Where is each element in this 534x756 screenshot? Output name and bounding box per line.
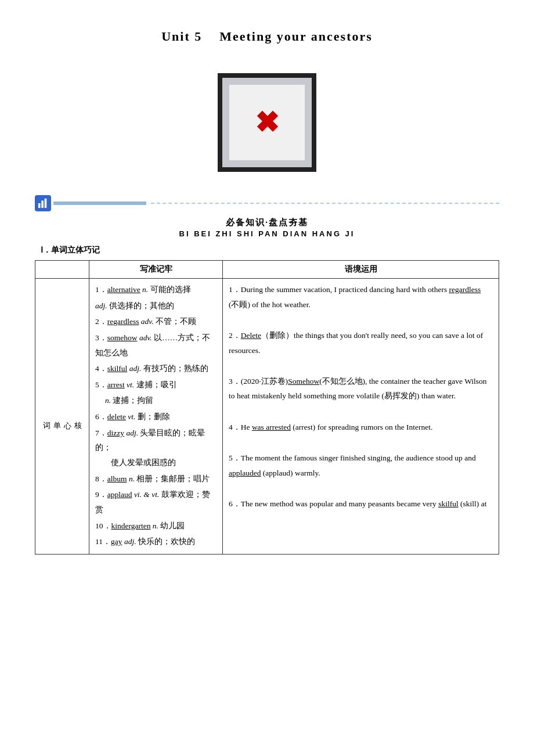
right-item-2: 2．Delete（删除）the things that you don't re…	[229, 328, 493, 358]
svg-rect-0	[38, 203, 41, 208]
right-item-5: 5．The moment the famous singer finished …	[229, 451, 493, 480]
vocab-item-5b: n. 逮捕；拘留	[95, 393, 217, 408]
vocab-table: 写准记牢 语境运用 核心单词 1．alternative n. 可能的选择 ad…	[35, 260, 499, 555]
title-subtitle: Meeting your ancestors	[219, 29, 373, 44]
section-bar	[53, 201, 146, 205]
left-col: 1．alternative n. 可能的选择 adj. 供选择的；其他的 2．r…	[89, 279, 223, 555]
section-title-zh: 必备知识·盘点夯基	[35, 217, 499, 228]
vocab-item-7: 7．dizzy adj. 头晕目眩的；眩晕的； 使人发晕或困惑的	[95, 426, 217, 470]
col-header-empty	[35, 261, 89, 279]
section-title-pinyin: BI BEI ZHI SHI PAN DIAN HANG JI	[35, 229, 499, 238]
right-item-3: 3．(2020·江苏卷)Somehow(不知怎么地), the containe…	[229, 374, 493, 404]
vocab-item-8: 8．album n. 相册；集邮册；唱片	[95, 471, 217, 487]
side-label: 核心单词	[35, 279, 89, 555]
vocab-item-6: 6．delete vt. 删；删除	[95, 409, 217, 424]
vocab-item-1: 1．alternative n. 可能的选择	[95, 282, 217, 297]
right-item-6: 6．The new method was popular and many pe…	[229, 496, 493, 512]
vocab-item-11: 11．gay adj. 快乐的；欢快的	[95, 534, 217, 549]
vocab-item-4: 4．skilful adj. 有技巧的；熟练的	[95, 361, 217, 376]
subsection-title: Ⅰ．单词立体巧记	[41, 245, 499, 255]
vocab-main-row: 核心单词 1．alternative n. 可能的选择 adj. 供选择的；其他…	[35, 279, 499, 555]
chart-icon	[38, 198, 48, 208]
right-col: 1．During the summer vacation, I practice…	[223, 279, 499, 555]
vocab-item-10: 10．kindergarten n. 幼儿园	[95, 519, 217, 534]
broken-image-inner: ✖	[229, 85, 305, 160]
section-header-row	[35, 195, 499, 211]
unit-number: Unit 5	[161, 29, 202, 44]
broken-image-icon: ✖	[255, 106, 279, 139]
right-item-4: 4．He was arrested (arrest) for spreading…	[229, 420, 493, 435]
dashed-line	[151, 203, 499, 204]
vocab-item-9: 9．applaud vi. & vt. 鼓掌欢迎；赞赏	[95, 487, 217, 517]
vocab-item-3: 3．somehow adv. 以……方式；不知怎么地	[95, 330, 217, 360]
vocab-item-2: 2．regardless adv. 不管；不顾	[95, 314, 217, 329]
vocab-item-5: 5．arrest vt. 逮捕；吸引	[95, 377, 217, 393]
svg-rect-1	[41, 201, 44, 208]
col-header-right: 语境运用	[223, 261, 499, 279]
broken-image-box: ✖	[218, 73, 316, 172]
section-icon	[35, 195, 51, 211]
svg-rect-2	[45, 199, 47, 208]
col-header-left: 写准记牢	[89, 261, 223, 279]
right-item-1: 1．During the summer vacation, I practice…	[229, 282, 493, 312]
vocab-item-1b: adj. 供选择的；其他的	[95, 298, 217, 314]
page-title: Unit 5 Meeting your ancestors	[35, 29, 499, 44]
image-container: ✖	[35, 73, 499, 172]
